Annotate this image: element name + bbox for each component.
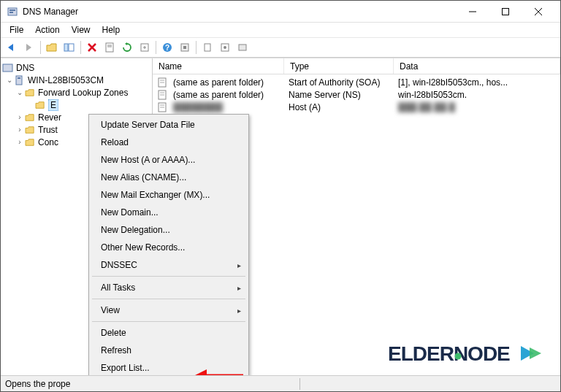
column-headers: Name Type Data [153, 58, 560, 74]
main-area: DNS ⌄ WIN-L28BI5053CM ⌄ Forward Lookup Z… [1, 58, 560, 375]
menu-help[interactable]: Help [96, 23, 126, 36]
status-text: Opens the prope [5, 379, 70, 389]
ctx-delete[interactable]: Delete [91, 324, 247, 342]
window-title: DNS Manager [23, 7, 456, 17]
context-menu: Update Server Data File Reload New Host … [88, 114, 249, 392]
svg-text:?: ? [165, 44, 169, 52]
forward-button[interactable] [21, 39, 37, 55]
menu-view[interactable]: View [66, 23, 96, 36]
toolbar: ? [1, 37, 560, 58]
toolbar-properties-button[interactable] [102, 39, 118, 55]
svg-rect-19 [205, 44, 210, 51]
column-header-type[interactable]: Type [284, 58, 394, 74]
tree-forward-zones[interactable]: ⌄ Forward Lookup Zones [2, 86, 150, 99]
ctx-refresh[interactable]: Refresh [91, 342, 247, 359]
record-name: (same as parent folder) [170, 90, 286, 100]
ctx-new-alias[interactable]: New Alias (CNAME)... [91, 169, 247, 186]
toolbar-folder-button[interactable] [44, 39, 60, 55]
help-button[interactable]: ? [159, 39, 175, 55]
dns-root-icon [2, 63, 14, 73]
ctx-new-mx[interactable]: New Mail Exchanger (MX)... [91, 186, 247, 204]
app-icon [7, 6, 18, 18]
window-controls [456, 1, 554, 22]
svg-rect-7 [64, 44, 68, 51]
tree-zone-selected[interactable]: E [2, 99, 150, 111]
record-data: ███.██.██.█ [395, 102, 458, 112]
svg-rect-24 [16, 76, 22, 85]
ctx-view[interactable]: View [91, 301, 247, 319]
record-icon [157, 102, 169, 112]
toolbar-separator [196, 41, 196, 54]
toolbar-misc-button-1[interactable] [177, 39, 193, 55]
export-button[interactable] [137, 39, 153, 55]
expander-icon[interactable]: › [15, 126, 24, 134]
tree-server[interactable]: ⌄ WIN-L28BI5053CM [2, 74, 150, 86]
expander-icon[interactable]: › [15, 138, 24, 146]
ctx-new-domain[interactable]: New Domain... [91, 204, 247, 221]
svg-rect-4 [502, 8, 508, 15]
close-button[interactable] [522, 1, 554, 22]
toolbar-separator [80, 41, 81, 54]
ctx-all-tasks[interactable]: All Tasks [91, 279, 247, 296]
record-type: Start of Authority (SOA) [286, 77, 395, 88]
menubar: File Action View Help [1, 23, 560, 37]
expander-icon[interactable]: › [15, 113, 24, 121]
toolbar-show-hide-button[interactable] [61, 39, 77, 55]
svg-rect-25 [18, 77, 20, 79]
back-button[interactable] [4, 39, 20, 55]
svg-rect-22 [239, 45, 246, 50]
expander-icon[interactable]: ⌄ [5, 76, 14, 84]
toolbar-misc-button-4[interactable] [234, 39, 251, 55]
column-header-name[interactable]: Name [153, 58, 284, 74]
maximize-button[interactable] [489, 1, 522, 22]
record-row[interactable]: (same as parent folder) Name Server (NS)… [153, 88, 560, 101]
folder-icon [34, 100, 46, 110]
expander-icon[interactable]: ⌄ [15, 88, 24, 96]
svg-rect-23 [3, 64, 12, 72]
folder-icon [24, 88, 36, 98]
minimize-button[interactable] [456, 1, 489, 22]
statusbar: Opens the prope [1, 375, 560, 391]
ctx-update-server-data[interactable]: Update Server Data File [91, 116, 247, 134]
refresh-button[interactable] [119, 39, 135, 55]
menu-file[interactable]: File [4, 23, 29, 36]
titlebar: DNS Manager [1, 1, 560, 23]
tree-root-dns[interactable]: DNS [2, 61, 150, 74]
status-separator [299, 378, 300, 390]
ctx-separator [92, 321, 245, 322]
svg-point-21 [224, 46, 226, 49]
ctx-reload[interactable]: Reload [91, 134, 247, 151]
record-name: ████████ [170, 102, 286, 112]
ctx-other-new-records[interactable]: Other New Records... [91, 239, 247, 256]
record-data: win-l28bI5053cm. [395, 90, 470, 100]
svg-rect-2 [9, 12, 13, 13]
svg-rect-8 [69, 44, 74, 51]
record-icon [157, 77, 169, 88]
record-row[interactable]: (same as parent folder) Start of Authori… [153, 76, 560, 88]
record-type: Host (A) [286, 102, 395, 112]
record-data: [1], win-l28bI5053cm., hos... [395, 77, 511, 88]
svg-rect-18 [183, 46, 186, 49]
svg-rect-1 [9, 9, 15, 11]
folder-icon [24, 125, 36, 135]
ctx-dnssec[interactable]: DNSSEC [91, 256, 247, 274]
ctx-new-host[interactable]: New Host (A or AAAA)... [91, 151, 247, 169]
delete-button[interactable] [84, 39, 100, 55]
ctx-separator [92, 276, 245, 277]
toolbar-misc-button-3[interactable] [217, 39, 233, 55]
toolbar-separator [156, 41, 156, 54]
server-icon [14, 75, 26, 85]
ctx-export-list[interactable]: Export List... [91, 359, 247, 377]
toolbar-misc-button-2[interactable] [199, 39, 215, 55]
menu-action[interactable]: Action [29, 23, 65, 36]
svg-rect-11 [106, 43, 113, 52]
ctx-new-delegation[interactable]: New Delegation... [91, 221, 247, 239]
record-name: (same as parent folder) [170, 77, 286, 88]
record-type: Name Server (NS) [286, 90, 395, 100]
column-header-data[interactable]: Data [394, 58, 560, 74]
ctx-separator [92, 299, 245, 299]
record-row[interactable]: ████████ Host (A) ███.██.██.█ [153, 101, 560, 113]
toolbar-separator [40, 41, 41, 54]
record-icon [157, 90, 169, 100]
folder-icon [24, 137, 36, 147]
